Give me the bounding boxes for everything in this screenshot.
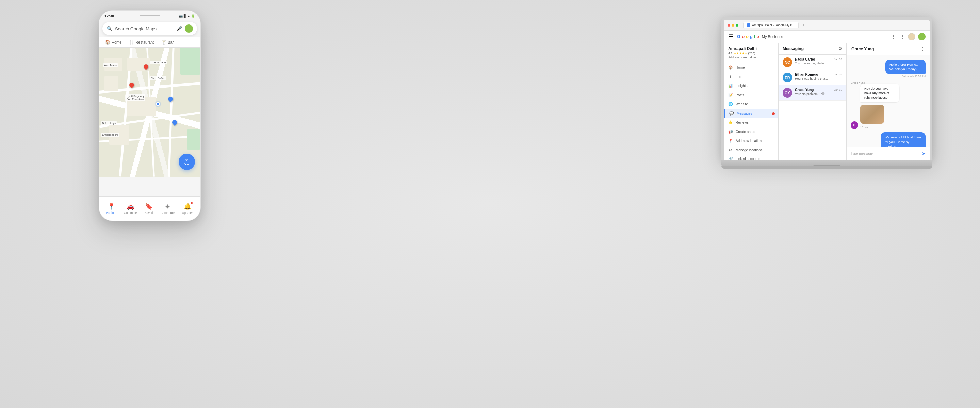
messages-badge bbox=[772, 112, 775, 115]
business-address: Address, ipsum dolor bbox=[728, 56, 774, 59]
thread-preview-nadia: You: It was fun, Nadia!... bbox=[795, 62, 842, 65]
nav-home[interactable]: 🏠 Home bbox=[724, 63, 778, 72]
logo-o2: o bbox=[746, 34, 749, 39]
posts-nav-icon: 📝 bbox=[728, 93, 733, 97]
thread-content-ethan: Ethan Romero Jan 02 Hey! I was hoping th… bbox=[795, 73, 842, 80]
camera-icon: 📷 bbox=[179, 14, 183, 17]
nav-website[interactable]: 🌐 Website bbox=[724, 100, 778, 109]
thread-nadia[interactable]: NC Nadia Carter Jan 02 You: It was fun, … bbox=[778, 55, 846, 70]
stars-icon: ★★★★☆ bbox=[733, 52, 747, 55]
nav-add-location[interactable]: 📍 Add new location bbox=[724, 137, 778, 146]
nav-commute[interactable]: 🚗 Commute bbox=[124, 203, 137, 214]
messages-settings-icon[interactable]: ⚙ bbox=[838, 46, 842, 51]
menu-icon[interactable]: ☰ bbox=[728, 33, 733, 40]
laptop-stand bbox=[721, 166, 932, 169]
close-dot[interactable] bbox=[727, 24, 730, 27]
new-tab-button[interactable]: + bbox=[801, 22, 806, 28]
linked-accounts-nav-icon: 🔗 bbox=[728, 157, 733, 160]
product-image bbox=[860, 105, 884, 124]
thread-grace[interactable]: GY Grace Yung Jan 02 You: No problem! Ta… bbox=[778, 85, 846, 101]
explore-icon: 📍 bbox=[108, 203, 115, 210]
map-block-3 bbox=[104, 76, 118, 92]
nav-manage-locations[interactable]: 🗂 Manage locations bbox=[724, 146, 778, 154]
maximize-dot[interactable] bbox=[736, 24, 738, 27]
signal-icon: ▊ bbox=[184, 14, 186, 17]
thread-date-grace: Jan 02 bbox=[834, 88, 842, 92]
nav-reviews[interactable]: ⭐ Reviews bbox=[724, 118, 778, 127]
map-area[interactable]: Ann Taylor Crystal Jade Philz Coffee Hya… bbox=[99, 48, 200, 177]
logo-e: e bbox=[757, 34, 759, 39]
notification-icon[interactable] bbox=[908, 33, 915, 40]
scene: 12:30 📷 ▊ ▲ 🔋 🔍 Search Google Maps 🎤 bbox=[0, 0, 980, 408]
go-icon: ⟳ bbox=[185, 159, 188, 162]
nav-explore[interactable]: 📍 Explore bbox=[106, 203, 117, 214]
tab-home[interactable]: 🏠 Home bbox=[102, 37, 125, 47]
thread-preview-grace: You: No problem! Talk... bbox=[795, 92, 842, 95]
tab-home-label: Home bbox=[111, 40, 121, 44]
nav-linked-accounts[interactable]: 🔗 Linked accounts bbox=[724, 154, 778, 160]
insights-nav-icon: 📊 bbox=[728, 84, 733, 88]
label-ann-taylor: Ann Taylor bbox=[103, 63, 118, 67]
thread-name-nadia: Nadia Carter bbox=[795, 57, 815, 61]
rating-value: 4.1 bbox=[728, 52, 733, 55]
contribute-label: Contribute bbox=[161, 211, 175, 214]
thread-ethan[interactable]: ER Ethan Romero Jan 02 Hey! I was hoping… bbox=[778, 70, 846, 85]
go-button[interactable]: ⟳ GO bbox=[179, 154, 195, 170]
messages-nav-icon: 💬 bbox=[729, 111, 734, 116]
send-icon[interactable]: ➤ bbox=[922, 151, 926, 156]
status-time: 12:30 bbox=[105, 14, 114, 18]
nav-posts[interactable]: 📝 Posts bbox=[724, 90, 778, 100]
search-text: Search Google Maps bbox=[115, 26, 173, 31]
chat-header: Grace Yung ⋮ bbox=[846, 43, 930, 56]
nav-messages[interactable]: 💬 Messages bbox=[724, 109, 778, 118]
chat-contact-name: Grace Yung bbox=[851, 47, 874, 51]
messages-header: Messaging ⚙ bbox=[778, 43, 846, 55]
chat-more-icon[interactable]: ⋮ bbox=[920, 46, 925, 52]
browser-tab[interactable]: Amrapali Delhi - Google My B... bbox=[743, 22, 799, 28]
user-location-dot bbox=[156, 102, 160, 106]
nav-insights[interactable]: 📊 Insights bbox=[724, 81, 778, 90]
park-area-2 bbox=[187, 129, 200, 149]
nav-updates[interactable]: 🔔 Updates bbox=[182, 203, 194, 214]
tab-bar[interactable]: 🍸 Bar bbox=[158, 37, 177, 47]
add-location-nav-icon: 📍 bbox=[728, 139, 733, 143]
tab-restaurant[interactable]: 🍴 Restaurant bbox=[126, 37, 157, 47]
mic-icon[interactable]: 🎤 bbox=[176, 26, 182, 31]
search-icon: 🔍 bbox=[107, 26, 112, 31]
chat-avatar-grace: G bbox=[851, 121, 858, 129]
user-avatar[interactable] bbox=[185, 24, 193, 33]
reviews-nav-label: Reviews bbox=[736, 121, 749, 124]
gmb-body: Amrapali Delhi 4.1 ★★★★☆ (286) Address, … bbox=[724, 43, 930, 160]
updates-label: Updates bbox=[182, 211, 194, 214]
nav-contribute[interactable]: ⊕ Contribute bbox=[161, 203, 175, 214]
info-nav-icon: ℹ bbox=[728, 75, 733, 79]
thread-content-nadia: Nadia Carter Jan 02 You: It was fun, Nad… bbox=[795, 57, 842, 65]
business-rating: 4.1 ★★★★☆ (286) bbox=[728, 52, 774, 55]
bar-icon: 🍸 bbox=[161, 40, 166, 44]
gmb-header: ☰ Google My Business ⋮⋮⋮ bbox=[724, 30, 930, 43]
sent-bubble-2: We sure do! I'll hold them for you. Come… bbox=[881, 132, 926, 147]
insights-nav-label: Insights bbox=[736, 84, 747, 88]
search-bar[interactable]: 🔍 Search Google Maps 🎤 bbox=[102, 22, 197, 35]
apps-icon[interactable]: ⋮⋮⋮ bbox=[891, 34, 905, 40]
linked-accounts-nav-label: Linked accounts bbox=[736, 157, 760, 160]
posts-nav-label: Posts bbox=[736, 93, 744, 97]
gmb-user-avatar[interactable] bbox=[918, 33, 926, 40]
minimize-dot[interactable] bbox=[732, 24, 734, 27]
go-label: GO bbox=[185, 162, 189, 165]
label-philz: Philz Coffee bbox=[150, 76, 166, 80]
received-bubble-1: Hey do you have have any more of ruby ne… bbox=[860, 84, 899, 103]
info-nav-label: Info bbox=[736, 75, 741, 79]
time-divider-1: 15 min bbox=[860, 126, 868, 129]
business-name: Amrapali Delhi bbox=[728, 46, 774, 51]
phone-notch bbox=[140, 14, 160, 16]
chat-message-sent-2: We sure do! I'll hold them for you. Come… bbox=[851, 132, 926, 147]
nav-saved[interactable]: 🔖 Saved bbox=[144, 203, 153, 214]
phone-body: 12:30 📷 ▊ ▲ 🔋 🔍 Search Google Maps 🎤 bbox=[99, 10, 201, 221]
reviews-nav-icon: ⭐ bbox=[728, 121, 733, 125]
logo-g2: g bbox=[750, 34, 753, 39]
tab-restaurant-label: Restaurant bbox=[135, 40, 154, 44]
nav-info[interactable]: ℹ Info bbox=[724, 72, 778, 81]
thread-avatar-nadia: NC bbox=[783, 57, 792, 67]
nav-create-ad[interactable]: 📢 Create an ad bbox=[724, 127, 778, 137]
